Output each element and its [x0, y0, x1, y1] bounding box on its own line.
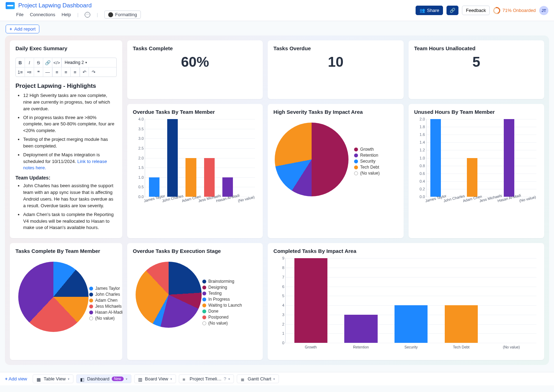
table-icon: ▦: [37, 377, 41, 381]
bold-button[interactable]: B: [16, 58, 25, 67]
feedback-label: Feedback: [466, 8, 486, 13]
legend-label: (No value): [208, 321, 228, 326]
legend-swatch-icon: [354, 171, 358, 175]
y-axis-tick: 1: [274, 331, 284, 335]
y-axis-tick: 3.0: [134, 136, 144, 141]
y-axis-tick: 2.5: [134, 146, 144, 150]
align-left-button[interactable]: ≡: [52, 67, 61, 77]
quote-button[interactable]: ❝: [34, 67, 43, 77]
y-axis-tick: 2.0: [415, 117, 425, 121]
align-right-button[interactable]: ≡: [71, 67, 80, 77]
view-tab-dashboard[interactable]: ◧DashboardNew▾: [76, 374, 131, 383]
view-tab-board-view[interactable]: ▥Board View▾: [134, 374, 176, 383]
strikethrough-button[interactable]: S: [34, 58, 43, 67]
kpi-team-hours: Team Hours Unallocated 5: [409, 40, 544, 99]
pie: [18, 262, 89, 332]
menu-help[interactable]: Help: [61, 12, 71, 17]
bar: [467, 158, 477, 197]
chevron-down-icon[interactable]: ▾: [273, 377, 275, 381]
bar: [204, 158, 215, 197]
chevron-down-icon[interactable]: ▾: [68, 377, 70, 381]
feedback-button[interactable]: Feedback: [462, 6, 490, 15]
y-axis-tick: 0.0: [415, 195, 425, 199]
add-report-button[interactable]: + Add report: [6, 25, 39, 33]
rich-text-toolbar: B I S 🔗 </> Heading 2 ▾ 1≡ •≡ ❝ — ≡ ≡ ≡ …: [15, 58, 117, 77]
chevron-down-icon[interactable]: ▾: [170, 377, 172, 381]
legend-swatch-icon: [354, 159, 358, 163]
bar: [430, 119, 441, 197]
formatting-label: Formatting: [115, 12, 137, 17]
plus-icon: +: [9, 26, 12, 32]
dashboard-icon: ◧: [80, 377, 85, 381]
y-axis-tick: 0: [274, 341, 284, 345]
legend-item: Growth: [354, 147, 379, 152]
share-button[interactable]: 👥 Share: [416, 6, 443, 15]
y-axis-tick: 0.2: [415, 187, 425, 191]
legend-swatch-icon: [202, 292, 206, 295]
view-tab-table-view[interactable]: ▦Table View▾: [33, 374, 73, 383]
legend-swatch-icon: [354, 148, 358, 151]
formatting-button[interactable]: Formatting: [104, 11, 141, 19]
menu-file[interactable]: File: [16, 12, 24, 17]
legend-swatch-icon: [89, 305, 93, 308]
view-tab-gantt-chart[interactable]: ≣Gantt Chart▾: [237, 374, 279, 383]
legend-item: Postponed: [202, 315, 242, 320]
topbar: Project Lapwing Dashboard File Connectio…: [0, 0, 554, 21]
legend-item: Testing: [202, 291, 242, 296]
onboarding-status[interactable]: 71% Onboarded: [493, 7, 536, 14]
italic-button[interactable]: I: [25, 58, 34, 67]
legend-item: Jess Michaels: [89, 304, 123, 309]
add-view-button[interactable]: + Add view: [5, 376, 27, 381]
x-axis-label: (No value): [237, 195, 255, 203]
chevron-down-icon[interactable]: ▾: [228, 377, 230, 381]
kpi-value: 60%: [133, 54, 257, 70]
legend-swatch-icon: [89, 299, 93, 302]
bar-chart: 0123456789GrowthRetentionSecurityTech De…: [273, 257, 539, 355]
y-axis-tick: 2: [274, 322, 284, 326]
code-button[interactable]: </>: [52, 58, 61, 67]
heading-select[interactable]: Heading 2 ▾: [61, 58, 90, 67]
legend-item: Hasan Al-Madi: [89, 310, 123, 315]
view-tab-project-timeli-[interactable]: ≡Project Timeli…?▾: [179, 374, 234, 383]
summary-body[interactable]: Project Lapwing - Highlights 12 High Sev…: [15, 80, 117, 233]
hr-button[interactable]: —: [43, 67, 52, 77]
legend-item: John Charles: [89, 292, 123, 297]
chevron-down-icon[interactable]: ▾: [126, 377, 128, 381]
avatar[interactable]: JT: [539, 6, 548, 15]
legend-label: John Charles: [95, 292, 120, 297]
team-update-item: Adam Chen's task to complete the Reporti…: [23, 211, 117, 231]
align-center-button[interactable]: ≡: [61, 67, 71, 77]
redo-button[interactable]: ↷: [89, 67, 98, 77]
copy-link-button[interactable]: 🔗: [447, 6, 458, 15]
unordered-list-button[interactable]: •≡: [25, 67, 34, 77]
link-button[interactable]: 🔗: [43, 58, 52, 67]
y-axis-tick: 1.2: [415, 148, 425, 152]
bar-chart: 0.00.20.40.60.81.01.21.41.61.82.0James T…: [414, 118, 539, 209]
y-axis-tick: 1.8: [415, 125, 425, 129]
card-title: Tasks Complete By Team Member: [15, 248, 117, 254]
gantt-icon: ≣: [241, 377, 246, 381]
undo-button[interactable]: ↶: [80, 67, 89, 77]
legend-label: Done: [208, 309, 219, 314]
menu-separator: |: [97, 12, 98, 17]
menu-connections[interactable]: Connections: [30, 12, 55, 17]
y-axis-tick: 5: [274, 294, 284, 298]
y-axis-tick: 1.6: [415, 132, 425, 137]
legend-label: Growth: [360, 147, 374, 152]
y-axis-tick: 4: [274, 303, 284, 307]
legend-label: Testing: [208, 291, 222, 296]
legend-item: (No value): [354, 171, 379, 176]
release-notes-link[interactable]: Link to release notes here.: [23, 159, 107, 171]
highlight-item: Of in progress tasks three are >80% comp…: [23, 115, 117, 135]
help-icon[interactable]: ?: [224, 376, 226, 381]
x-axis-label: Security: [404, 345, 418, 349]
card-title: Overdue Tasks By Execution Stage: [133, 248, 257, 254]
overdue-stage-pie-card: Overdue Tasks By Execution Stage Brainst…: [127, 243, 263, 360]
chevron-down-icon: ▾: [85, 61, 87, 64]
onboarding-label: 71% Onboarded: [502, 8, 536, 13]
bar: [222, 177, 233, 197]
y-axis-tick: 0.0: [134, 195, 144, 199]
bar: [504, 119, 514, 197]
ordered-list-button[interactable]: 1≡: [16, 67, 25, 77]
chat-icon[interactable]: [85, 12, 90, 18]
